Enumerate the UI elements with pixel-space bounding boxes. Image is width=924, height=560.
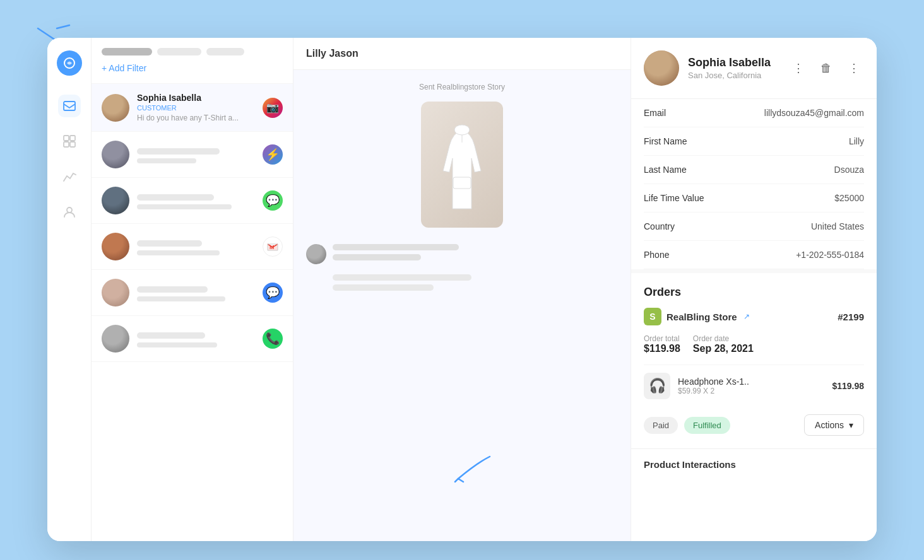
external-link-icon[interactable]: ↗ <box>743 312 750 321</box>
chat-header: Lilly Jason <box>293 38 631 70</box>
contact-location: San Jose, California <box>688 71 771 80</box>
order-status-row: Paid Fulfilled Actions ▾ <box>644 414 864 436</box>
msg-placeholder <box>137 204 232 209</box>
conversation-header: + Add Filter <box>92 38 293 84</box>
reply-line <box>333 274 471 281</box>
messenger-icon: ⚡ <box>263 144 283 165</box>
arrow-annotation <box>439 450 515 491</box>
delete-button[interactable]: 🗑 <box>816 58 836 78</box>
name-placeholder <box>137 332 205 339</box>
svg-rect-8 <box>70 142 75 147</box>
product-icon: 🎧 <box>644 373 670 399</box>
country-value: United States <box>811 221 864 231</box>
contact-avatar <box>644 50 679 86</box>
country-row: Country United States <box>644 213 864 241</box>
conversation-item[interactable]: 📞 <box>92 316 293 362</box>
ltv-label: Life Time Value <box>644 193 704 203</box>
product-info: Headphone Xs-1.. $59.99 X 2 <box>678 376 824 395</box>
mini-avatar <box>306 244 326 264</box>
more-options-button[interactable]: ⋮ <box>788 58 808 78</box>
msg-placeholder <box>137 250 220 255</box>
name-placeholder <box>137 286 208 293</box>
chat-icon: 💬 <box>263 283 283 303</box>
svg-text:M: M <box>270 244 275 250</box>
order-date-block: Order date Sep 28, 2021 <box>693 334 754 354</box>
actions-label: Actions <box>815 420 844 430</box>
order-meta: Order total $119.98 Order date Sep 28, 2… <box>644 334 864 354</box>
msg-placeholder <box>137 296 225 301</box>
instagram-icon: 📷 <box>263 98 283 118</box>
contact-header: Sophia Isabella San Jose, California ⋮ 🗑… <box>631 38 877 99</box>
phone-value: +1-202-555-0184 <box>796 250 864 260</box>
svg-point-9 <box>67 207 72 213</box>
contact-details: Email lillydsouza45@gmail.com First Name… <box>631 99 877 269</box>
add-filter-button[interactable]: + Add Filter <box>102 63 283 73</box>
conversation-list: Sophia Isabella CUSTOMER Hi do you have … <box>92 84 293 541</box>
conversation-info <box>137 146 255 163</box>
last-name-row: Last Name Dsouza <box>644 156 864 184</box>
nav-inbox[interactable] <box>58 95 81 117</box>
svg-rect-4 <box>64 102 75 110</box>
email-label: Email <box>644 108 666 118</box>
first-name-label: First Name <box>644 136 687 146</box>
svg-line-1 <box>57 25 69 28</box>
nav-apps[interactable] <box>58 130 81 153</box>
first-name-row: First Name Lilly <box>644 127 864 156</box>
bubble-line <box>333 254 421 260</box>
conversation-item[interactable]: 💬 <box>92 178 293 224</box>
app-logo[interactable] <box>57 50 82 76</box>
chevron-down-icon: ▾ <box>849 420 853 430</box>
name-placeholder <box>137 148 220 155</box>
phone-row: Phone +1-202-555-0184 <box>644 241 864 269</box>
product-name: Headphone Xs-1.. <box>678 376 824 387</box>
conversation-item[interactable]: M <box>92 224 293 270</box>
contact-name-block: Sophia Isabella San Jose, California <box>688 56 771 80</box>
ltv-value: $25000 <box>834 193 864 203</box>
contact-actions: ⋮ 🗑 ⋮ <box>788 58 864 78</box>
conversation-info <box>137 284 255 301</box>
svg-rect-5 <box>64 136 69 141</box>
ltv-row: Life Time Value $25000 <box>644 184 864 213</box>
orders-title: Orders <box>644 286 864 299</box>
tab-all[interactable] <box>102 48 152 55</box>
msg-placeholder <box>137 342 217 347</box>
order-total-value: $119.98 <box>644 343 680 354</box>
conversation-info <box>137 330 255 347</box>
name-placeholder <box>137 240 202 247</box>
name-placeholder <box>137 194 214 201</box>
avatar <box>102 233 129 260</box>
gmail-icon: M <box>263 236 283 257</box>
country-label: Country <box>644 221 675 231</box>
svg-rect-6 <box>70 136 75 141</box>
bubble-lines <box>333 244 459 260</box>
conversation-item[interactable]: ⚡ <box>92 132 293 178</box>
order-date-value: Sep 28, 2021 <box>693 343 754 354</box>
avatar <box>102 279 129 306</box>
first-name-value: Lilly <box>849 136 864 146</box>
chat-main: Lilly Jason Sent Realblingstore Story <box>293 38 631 541</box>
msg-placeholder <box>137 158 196 163</box>
product-price-detail: $59.99 X 2 <box>678 387 824 395</box>
contact-name: Sophia Isabella <box>688 56 771 69</box>
right-panel: Sophia Isabella San Jose, California ⋮ 🗑… <box>631 38 877 541</box>
actions-button[interactable]: Actions ▾ <box>804 414 864 436</box>
tab-unread[interactable] <box>157 48 201 55</box>
product-interactions: Product Interactions <box>631 448 877 480</box>
avatar <box>102 325 129 353</box>
tab-assigned[interactable] <box>206 48 244 55</box>
reply-line <box>333 284 434 291</box>
order-total-label: Order total <box>644 334 680 343</box>
email-value: lillydsouza45@gmail.com <box>764 108 864 118</box>
conversation-info <box>137 238 255 255</box>
conversation-item[interactable]: 💬 <box>92 270 293 316</box>
orders-section: Orders S RealBling Store ↗ #2199 Order t… <box>631 269 877 448</box>
sms-icon: 💬 <box>263 190 283 211</box>
conversation-item[interactable]: Sophia Isabella CUSTOMER Hi do you have … <box>92 84 293 132</box>
shopify-icon: S <box>644 308 661 325</box>
story-label: Sent Realblingstore Story <box>306 83 618 91</box>
more-button[interactable]: ⋮ <box>844 58 864 78</box>
product-interactions-title: Product Interactions <box>644 459 864 470</box>
nav-contacts[interactable] <box>58 201 81 223</box>
avatar <box>102 141 129 168</box>
nav-analytics[interactable] <box>58 165 81 188</box>
